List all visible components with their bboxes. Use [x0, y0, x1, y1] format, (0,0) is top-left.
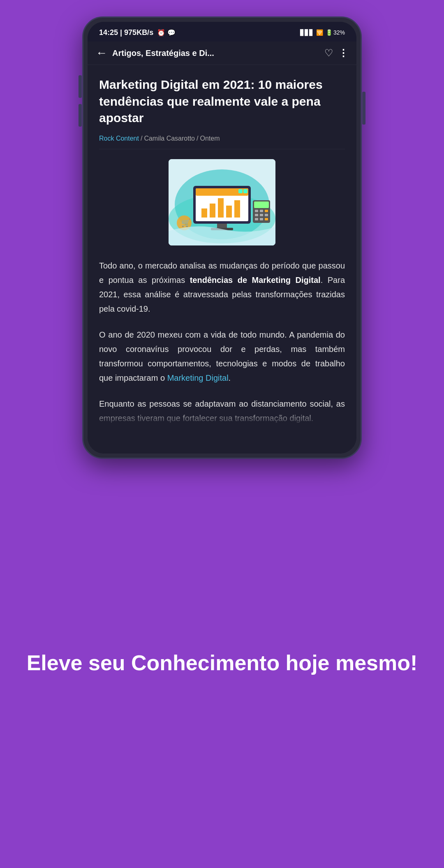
- wifi-icon: 🛜: [316, 29, 323, 36]
- article-image-wrapper: 🛒: [99, 159, 345, 245]
- signal-bars-icon: ▊▊▊: [300, 29, 314, 36]
- svg-rect-26: [260, 218, 263, 220]
- meta-separator-2: /: [197, 135, 198, 142]
- article-meta: Rock Content / Camila Casarotto / Ontem: [99, 135, 345, 149]
- volume-up-button: [79, 75, 82, 98]
- article-content: Marketing Digital em 2021: 10 maiores te…: [88, 65, 356, 454]
- navigation-bar: ← Artigos, Estratégias e Di... ♡ ⋮: [88, 42, 356, 65]
- phone-frame: 14:25 | 975KB/s ⏰ 💬 ▊▊▊ 🛜 🔋32% ← Artigos…: [82, 16, 362, 459]
- marketing-digital-link[interactable]: Marketing Digital: [167, 373, 229, 382]
- svg-rect-11: [234, 200, 240, 218]
- article-paragraph-1: Todo ano, o mercado analisa as mudanças …: [99, 259, 345, 316]
- more-options-button[interactable]: ⋮: [338, 47, 348, 59]
- article-date: Ontem: [200, 135, 220, 142]
- svg-rect-19: [255, 210, 258, 212]
- status-icons: ▊▊▊ 🛜 🔋32%: [300, 29, 345, 36]
- article-source-link[interactable]: Rock Content: [99, 135, 139, 142]
- svg-rect-9: [218, 198, 224, 218]
- svg-rect-25: [255, 218, 258, 220]
- battery-icon: 🔋32%: [326, 29, 345, 36]
- svg-rect-27: [265, 218, 268, 220]
- article-author: Camila Casarotto: [144, 135, 195, 142]
- volume-down-button: [79, 104, 82, 127]
- meta-separator-1: /: [141, 135, 142, 142]
- svg-rect-8: [210, 204, 215, 218]
- svg-rect-10: [226, 206, 232, 218]
- article-body: Todo ano, o mercado analisa as mudanças …: [99, 259, 345, 426]
- article-paragraph-3: Enquanto as pessoas se adaptavam ao dist…: [99, 397, 345, 426]
- back-button[interactable]: ←: [96, 47, 107, 59]
- favorite-button[interactable]: ♡: [324, 47, 333, 59]
- svg-text:🛒: 🛒: [181, 218, 191, 227]
- svg-rect-18: [254, 201, 269, 208]
- svg-rect-21: [265, 210, 268, 212]
- svg-rect-24: [265, 214, 268, 216]
- svg-rect-14: [243, 189, 247, 193]
- article-image: 🛒: [169, 159, 275, 245]
- svg-rect-20: [260, 210, 263, 212]
- svg-rect-7: [201, 208, 207, 218]
- promo-text: Eleve seu Conhecimento hoje mesmo!: [27, 649, 418, 677]
- svg-rect-22: [255, 214, 258, 216]
- bottom-section: Eleve seu Conhecimento hoje mesmo!: [0, 459, 444, 868]
- status-time: 14:25 | 975KB/s ⏰ 💬: [99, 28, 176, 37]
- status-bar: 14:25 | 975KB/s ⏰ 💬 ▊▊▊ 🛜 🔋32%: [88, 22, 356, 42]
- svg-rect-3: [217, 223, 227, 229]
- power-button: [362, 92, 365, 125]
- page-title: Artigos, Estratégias e Di...: [112, 49, 319, 58]
- article-title: Marketing Digital em 2021: 10 maiores te…: [99, 76, 345, 127]
- svg-rect-23: [260, 214, 263, 216]
- article-paragraph-2: O ano de 2020 mexeu com a vida de todo m…: [99, 328, 345, 385]
- svg-rect-13: [238, 189, 243, 193]
- phone-screen: 14:25 | 975KB/s ⏰ 💬 ▊▊▊ 🛜 🔋32% ← Artigos…: [88, 22, 356, 454]
